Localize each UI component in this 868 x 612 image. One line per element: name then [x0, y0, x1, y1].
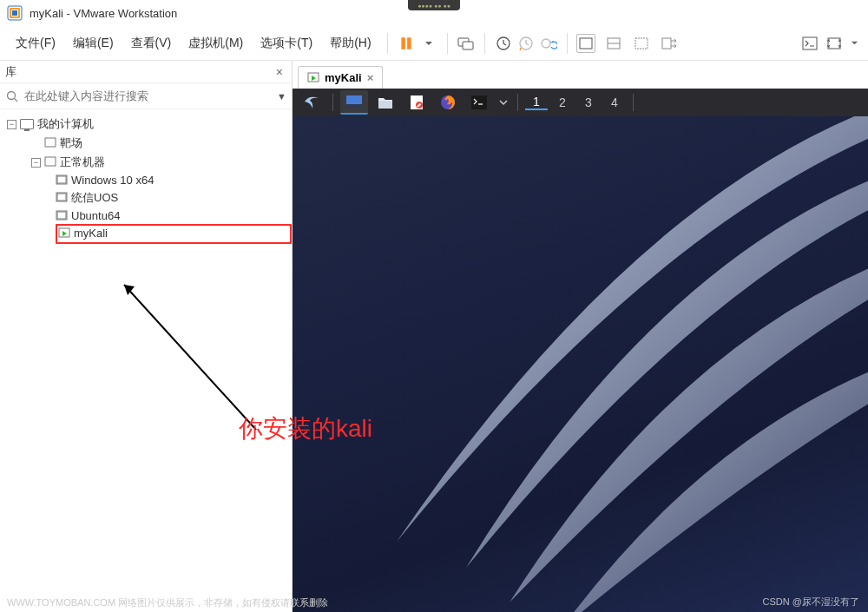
- tab-close-button[interactable]: ×: [367, 71, 374, 84]
- kali-workspace-1[interactable]: 1: [525, 95, 548, 110]
- vm-pin-badge[interactable]: ●●●● ●● ●●: [408, 0, 460, 10]
- svg-rect-25: [57, 194, 66, 201]
- library-search-input[interactable]: [24, 89, 272, 102]
- view-single-button[interactable]: [576, 34, 595, 53]
- library-search-row: ▼: [0, 83, 292, 109]
- tree-label: 靶场: [60, 135, 82, 151]
- library-header: 库 ×: [0, 61, 292, 83]
- console-button[interactable]: [800, 34, 819, 53]
- svg-rect-16: [803, 37, 817, 49]
- watermark-left: WWW.TOYMOBAN.COM 网络图片仅供展示，非存储，如有侵权请联系删除: [7, 596, 328, 609]
- vm-running-icon: [58, 227, 70, 240]
- content-area: 库 × ▼ − 我的计算机 靶场 −: [0, 61, 868, 612]
- view-unity-button[interactable]: [660, 34, 679, 53]
- svg-rect-3: [12, 10, 17, 16]
- svg-rect-7: [463, 42, 473, 49]
- tree-vm-uos[interactable]: 统信UOS: [56, 188, 292, 207]
- pause-vm-button[interactable]: [397, 34, 416, 53]
- svg-point-10: [542, 39, 550, 48]
- view-grid-button[interactable]: [632, 34, 651, 53]
- computer-icon: [20, 119, 34, 129]
- vm-icon: [56, 174, 68, 187]
- kali-workspace-2[interactable]: 2: [551, 95, 574, 109]
- svg-point-18: [8, 91, 16, 99]
- svg-rect-15: [662, 38, 671, 49]
- svg-line-19: [15, 98, 18, 102]
- tree-vm-mykali[interactable]: myKali: [56, 224, 292, 244]
- vm-running-icon: [307, 72, 319, 84]
- snapshot-manager-button[interactable]: [516, 34, 536, 53]
- separator: [332, 94, 333, 111]
- separator: [633, 94, 634, 111]
- separator: [447, 33, 448, 54]
- svg-rect-20: [45, 138, 56, 147]
- snapshot-button[interactable]: [494, 34, 513, 53]
- tree-folder-range[interactable]: 靶场: [31, 134, 292, 153]
- tab-strip: myKali ×: [293, 61, 868, 89]
- send-ctrl-alt-del-button[interactable]: [457, 34, 476, 53]
- svg-rect-4: [401, 37, 405, 49]
- vm-icon: [44, 137, 56, 149]
- menu-vm[interactable]: 虚拟机(M): [181, 32, 250, 55]
- tree-vm-win10[interactable]: Windows 10 x64: [56, 172, 292, 188]
- separator: [517, 94, 518, 111]
- kali-workspace-4[interactable]: 4: [603, 95, 626, 109]
- vm-display[interactable]: 1 2 3 4: [293, 89, 868, 612]
- collapse-icon[interactable]: −: [7, 120, 16, 129]
- tree-label: 正常机器: [60, 155, 105, 170]
- window-title: myKali - VMware Workstation: [30, 7, 177, 20]
- kali-terminal-icon[interactable]: [465, 90, 493, 115]
- menu-tabs[interactable]: 选项卡(T): [253, 32, 319, 55]
- vm-icon: [44, 156, 56, 168]
- vm-console-area: myKali ×: [293, 61, 868, 612]
- tree-root-my-computer[interactable]: − 我的计算机: [7, 115, 292, 134]
- svg-rect-23: [57, 176, 66, 183]
- search-dropdown-button[interactable]: ▼: [277, 91, 286, 102]
- tab-label: myKali: [325, 71, 362, 84]
- svg-rect-14: [635, 38, 648, 49]
- vm-tree: − 我的计算机 靶场 − 正常机器 Windows: [0, 109, 292, 249]
- vm-icon: [56, 192, 68, 204]
- tree-label: Ubuntu64: [71, 209, 120, 222]
- separator: [387, 33, 388, 54]
- tab-mykali[interactable]: myKali ×: [298, 66, 383, 89]
- vmware-logo-icon: [7, 5, 23, 21]
- kali-firefox-icon[interactable]: [434, 90, 462, 115]
- svg-rect-37: [471, 95, 487, 109]
- power-dropdown-button[interactable]: [419, 34, 438, 53]
- svg-rect-21: [45, 157, 56, 166]
- kali-text-editor-icon[interactable]: [403, 90, 431, 115]
- menu-file[interactable]: 文件(F): [9, 32, 62, 55]
- menu-edit[interactable]: 编辑(E): [66, 32, 121, 55]
- menu-view[interactable]: 查看(V): [124, 32, 179, 55]
- kali-workspace-3[interactable]: 3: [577, 95, 600, 109]
- library-title: 库: [5, 64, 16, 80]
- tree-label: 我的计算机: [37, 116, 94, 132]
- svg-rect-32: [378, 101, 392, 109]
- kali-wallpaper: [293, 116, 868, 612]
- svg-rect-31: [346, 104, 362, 108]
- library-close-button[interactable]: ×: [273, 65, 286, 79]
- fullscreen-button[interactable]: [825, 34, 844, 53]
- library-panel: 库 × ▼ − 我的计算机 靶场 −: [0, 61, 293, 612]
- menu-help[interactable]: 帮助(H): [323, 32, 378, 55]
- tree-folder-normal[interactable]: − 正常机器: [31, 153, 292, 172]
- menu-bar: 文件(F) 编辑(E) 查看(V) 虚拟机(M) 选项卡(T) 帮助(H): [0, 26, 868, 61]
- revert-snapshot-button[interactable]: [539, 34, 558, 53]
- fullscreen-dd-button[interactable]: [849, 34, 859, 53]
- tree-label: 统信UOS: [71, 190, 118, 206]
- tree-vm-ubuntu[interactable]: Ubuntu64: [56, 207, 292, 224]
- kali-show-desktop-icon[interactable]: [340, 90, 368, 115]
- tree-label: Windows 10 x64: [71, 174, 154, 187]
- kali-menu-icon[interactable]: [298, 90, 326, 115]
- kali-terminal-dropdown[interactable]: [496, 90, 510, 115]
- view-split-button[interactable]: [604, 34, 623, 53]
- kali-files-icon[interactable]: [372, 90, 399, 115]
- svg-rect-17: [828, 38, 840, 49]
- tree-label: myKali: [74, 227, 108, 240]
- svg-rect-27: [57, 212, 66, 219]
- svg-rect-5: [407, 37, 411, 49]
- separator: [484, 33, 485, 54]
- collapse-icon[interactable]: −: [31, 158, 41, 168]
- watermark-right: CSDN @尿不湿没有了: [763, 596, 859, 609]
